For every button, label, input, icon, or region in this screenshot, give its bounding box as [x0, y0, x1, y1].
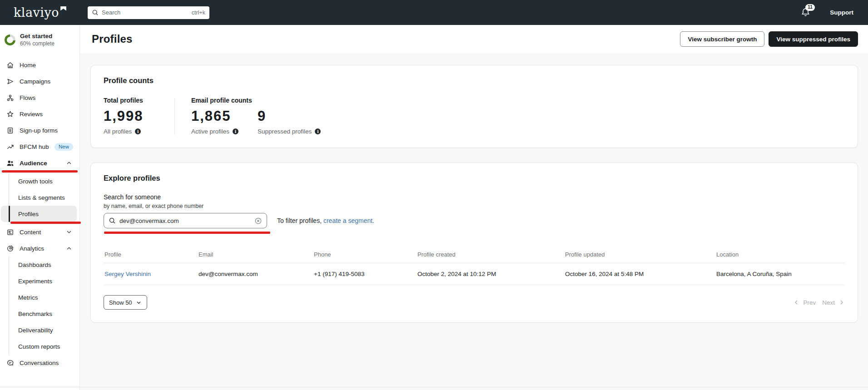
total-profiles-stat: Total profiles 1,998 All profiles	[104, 97, 162, 135]
next-page-button[interactable]: Next	[822, 299, 845, 306]
home-icon	[6, 61, 14, 69]
new-badge: New	[55, 143, 73, 151]
sidebar-item-label: BFCM hub	[20, 143, 49, 150]
sidebar-item-label: Analytics	[20, 245, 44, 252]
profile-phone-cell: +1 (917) 419-5083	[313, 263, 417, 285]
sidebar-item-growth-tools[interactable]: Growth tools	[0, 173, 77, 189]
next-label: Next	[822, 299, 835, 306]
table-footer: Show 50 Prev Next	[104, 295, 845, 310]
sidebar-item-dashboards[interactable]: Dashboards	[0, 257, 77, 273]
sidebar-item-label: Metrics	[18, 294, 38, 301]
sidebar-item-lists-segments[interactable]: Lists & segments	[0, 189, 77, 206]
sidebar-item-analytics[interactable]: Analytics	[0, 240, 79, 257]
email-profile-counts-label: Email profile counts	[191, 97, 321, 104]
sidebar-item-conversations[interactable]: Conversations	[0, 355, 79, 371]
create-segment-link[interactable]: create a segment.	[323, 217, 374, 224]
progress-ring-icon	[5, 35, 15, 45]
sidebar-item-audience[interactable]: Audience	[0, 155, 79, 171]
info-icon[interactable]	[315, 128, 321, 134]
explore-profiles-card: Explore profiles Search for someone by n…	[90, 163, 858, 323]
suppressed-profiles-text: Suppressed profiles	[258, 128, 312, 135]
filter-profiles-note: To filter profiles, create a segment.	[277, 217, 374, 224]
column-header-email: Email	[198, 247, 313, 263]
sidebar-item-label: Growth tools	[18, 178, 53, 185]
profile-name-link[interactable]: Sergey Vershinin	[104, 271, 151, 277]
sidebar-item-content[interactable]: Content	[0, 224, 79, 240]
form-icon	[6, 126, 14, 134]
sidebar-item-metrics[interactable]: Metrics	[0, 289, 77, 306]
table-row: Sergey Vershinin dev@convermax.com +1 (9…	[104, 263, 845, 285]
page-size-dropdown[interactable]: Show 50	[104, 295, 147, 310]
main-content: Profiles View subscriber growth View sup…	[80, 25, 868, 390]
get-started-title: Get started	[20, 33, 55, 40]
total-profiles-value: 1,998	[104, 108, 162, 124]
sidebar-item-reviews[interactable]: Reviews	[0, 106, 79, 122]
support-link[interactable]: Support	[830, 9, 853, 16]
profile-created-cell: October 2, 2024 at 10:12 PM	[417, 263, 564, 285]
active-profiles-sublabel: Active profiles	[191, 128, 238, 135]
clear-search-icon[interactable]	[254, 217, 262, 225]
column-header-phone: Phone	[313, 247, 417, 263]
get-started-item[interactable]: Get started 60% complete	[5, 30, 75, 49]
sidebar-item-deliverability[interactable]: Deliverability	[0, 322, 77, 338]
sidebar-item-label: Reviews	[20, 111, 43, 118]
chevron-left-icon	[793, 299, 799, 306]
stats-divider	[174, 99, 175, 135]
all-profiles-sublabel: All profiles	[104, 128, 162, 135]
chevron-up-icon	[66, 245, 72, 252]
sidebar-item-custom-reports[interactable]: Custom reports	[0, 338, 77, 355]
bottom-divider	[0, 387, 868, 387]
sidebar-item-campaigns[interactable]: Campaigns	[0, 73, 79, 89]
klaviyo-profiles-page: { "topbar": { "logo_text": "klaviyo", "s…	[0, 0, 868, 390]
content-icon	[6, 228, 14, 236]
chevron-down-icon	[136, 300, 142, 306]
prev-page-button[interactable]: Prev	[793, 299, 816, 306]
view-suppressed-profiles-button[interactable]: View suppressed profiles	[769, 31, 858, 47]
page-header: Profiles View subscriber growth View sup…	[80, 25, 868, 53]
sidebar-item-label: Lists & segments	[18, 194, 65, 201]
trending-up-icon	[6, 143, 14, 151]
all-profiles-text: All profiles	[104, 128, 132, 135]
pie-chart-icon	[6, 244, 14, 252]
profile-search-input[interactable]	[119, 217, 251, 224]
info-icon[interactable]	[233, 128, 238, 134]
klaviyo-logo[interactable]: klaviyo	[14, 5, 66, 20]
search-hint-label: by name, email, or exact phone number	[104, 203, 845, 209]
column-header-location: Location	[715, 247, 845, 263]
global-search[interactable]: ctrl+k	[88, 6, 209, 19]
chevron-right-icon	[838, 299, 845, 306]
view-subscriber-growth-button[interactable]: View subscriber growth	[680, 31, 764, 47]
send-icon	[6, 77, 14, 85]
profile-location-cell: Barcelona, A Coruña, Spain	[715, 263, 845, 285]
audience-icon	[6, 159, 14, 167]
column-header-created: Profile created	[417, 247, 564, 263]
sidebar-item-label: Conversations	[20, 360, 59, 366]
sidebar-item-profiles[interactable]: Profiles	[1, 206, 77, 222]
search-icon	[109, 217, 116, 224]
sidebar-item-label: Custom reports	[18, 343, 60, 350]
sidebar-item-bfcm-hub[interactable]: BFCM hub New	[0, 138, 79, 155]
content-area: Profile counts Total profiles 1,998 All …	[80, 65, 868, 323]
sidebar: Get started 60% complete Home Campaigns …	[0, 25, 80, 390]
sidebar-item-signup-forms[interactable]: Sign-up forms	[0, 122, 79, 138]
table-header-row: Profile Email Phone Profile created Prof…	[104, 247, 845, 263]
suppressed-profiles-sublabel: Suppressed profiles	[258, 128, 321, 135]
sidebar-item-experiments[interactable]: Experiments	[0, 273, 77, 289]
get-started-progress: 60% complete	[20, 40, 55, 47]
info-icon[interactable]	[135, 128, 141, 134]
explore-profiles-title: Explore profiles	[104, 174, 845, 183]
global-search-input[interactable]	[102, 9, 188, 16]
search-icon	[92, 9, 99, 16]
profile-search-field[interactable]	[104, 213, 267, 228]
column-header-profile: Profile	[104, 247, 198, 263]
sidebar-item-benchmarks[interactable]: Benchmarks	[0, 306, 77, 322]
chevron-down-icon	[66, 229, 72, 235]
notifications-button[interactable]: 11	[801, 7, 812, 18]
sidebar-item-flows[interactable]: Flows	[0, 89, 79, 106]
page-title: Profiles	[92, 33, 133, 45]
klaviyo-flag-icon	[60, 6, 66, 11]
sidebar-item-home[interactable]: Home	[0, 57, 79, 73]
active-profiles-value: 1,865	[191, 108, 238, 124]
sidebar-item-label: Benchmarks	[18, 311, 52, 317]
profile-updated-cell: October 16, 2024 at 5:48 PM	[564, 263, 715, 285]
